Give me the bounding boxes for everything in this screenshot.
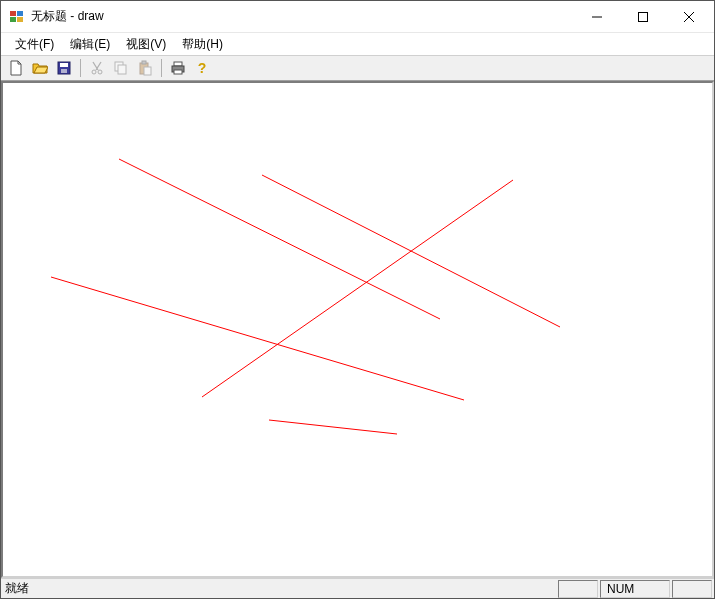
menu-edit[interactable]: 编辑(E) [62, 34, 118, 55]
menu-help[interactable]: 帮助(H) [174, 34, 231, 55]
minimize-button[interactable] [574, 2, 620, 32]
drawing-canvas[interactable] [1, 81, 714, 578]
help-button[interactable]: ? [191, 57, 213, 79]
maximize-button[interactable] [620, 2, 666, 32]
window-title: 无标题 - draw [31, 8, 104, 25]
svg-rect-0 [10, 11, 16, 16]
svg-rect-9 [60, 63, 68, 67]
open-file-button[interactable] [29, 57, 51, 79]
statusbar: 就绪 NUM [1, 578, 714, 598]
toolbar: ? [1, 55, 714, 81]
toolbar-separator [80, 59, 81, 77]
toolbar-separator [161, 59, 162, 77]
svg-rect-5 [639, 12, 648, 21]
svg-rect-1 [17, 11, 23, 16]
copy-button[interactable] [110, 57, 132, 79]
svg-rect-18 [174, 62, 182, 66]
print-button[interactable] [167, 57, 189, 79]
svg-rect-10 [61, 69, 67, 73]
new-file-button[interactable] [5, 57, 27, 79]
status-cell-num: NUM [600, 580, 670, 598]
paste-button[interactable] [134, 57, 156, 79]
svg-line-22 [119, 159, 440, 319]
svg-line-25 [202, 180, 513, 397]
menu-file[interactable]: 文件(F) [7, 34, 62, 55]
svg-point-11 [92, 70, 96, 74]
canvas-svg [3, 83, 712, 576]
svg-rect-20 [174, 70, 182, 74]
svg-rect-3 [17, 17, 23, 22]
svg-rect-2 [10, 17, 16, 22]
titlebar: 无标题 - draw [1, 1, 714, 33]
save-button[interactable] [53, 57, 75, 79]
app-icon [9, 9, 25, 25]
svg-text:?: ? [198, 60, 207, 76]
close-button[interactable] [666, 2, 712, 32]
svg-rect-16 [142, 61, 146, 64]
svg-rect-17 [144, 67, 151, 75]
svg-point-12 [98, 70, 102, 74]
menubar: 文件(F) 编辑(E) 视图(V) 帮助(H) [1, 33, 714, 55]
status-cell-scroll [672, 580, 712, 598]
svg-line-26 [269, 420, 397, 434]
menu-view[interactable]: 视图(V) [118, 34, 174, 55]
status-cell-caps [558, 580, 598, 598]
cut-button[interactable] [86, 57, 108, 79]
svg-line-24 [51, 277, 464, 400]
svg-rect-14 [118, 65, 126, 74]
status-ready: 就绪 [1, 580, 558, 597]
